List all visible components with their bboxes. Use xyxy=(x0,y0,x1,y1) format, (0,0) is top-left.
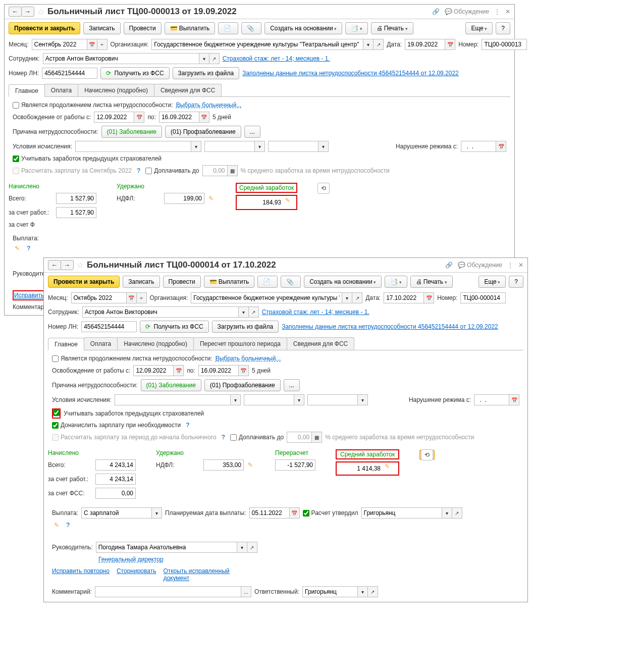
more-icon[interactable]: ... xyxy=(241,586,251,597)
tab-main[interactable]: Главное xyxy=(9,84,45,97)
free-to-input[interactable] xyxy=(159,112,199,123)
prev-insurer-check[interactable] xyxy=(53,409,60,416)
edit-icon[interactable]: ✎ xyxy=(283,197,292,208)
avg-input[interactable] xyxy=(238,197,283,208)
refresh-button[interactable]: ⟲ xyxy=(421,449,433,460)
get-fss-button[interactable]: Получить из ФСС xyxy=(140,321,208,333)
dropdown-icon[interactable]: ▾ xyxy=(231,394,241,405)
emp-part-input[interactable] xyxy=(95,474,136,485)
open-icon[interactable]: ↗ xyxy=(247,542,257,553)
help-icon[interactable]: ? xyxy=(25,245,32,252)
help-icon[interactable]: ? xyxy=(184,422,191,429)
calc-icon[interactable]: ▦ xyxy=(312,432,322,443)
cause2-button[interactable]: (01) Профзаболевание xyxy=(165,126,241,138)
post-button[interactable]: Провести xyxy=(124,22,162,34)
free-from-input[interactable] xyxy=(133,365,174,376)
open-icon[interactable]: ↗ xyxy=(368,586,378,597)
nav-fwd-button[interactable]: → xyxy=(61,260,74,270)
emp-part-input[interactable] xyxy=(56,207,96,218)
month-input[interactable] xyxy=(32,39,87,50)
print-button[interactable]: Печать xyxy=(410,276,453,288)
link-icon[interactable]: 🔗 xyxy=(432,8,440,15)
menu-icon[interactable]: ⋮ xyxy=(507,262,513,269)
ndfl-input[interactable] xyxy=(164,193,204,204)
num-input[interactable] xyxy=(460,292,506,303)
num-input[interactable] xyxy=(482,39,527,50)
dropdown-icon[interactable]: ▾ xyxy=(152,507,162,519)
doc-button[interactable] xyxy=(218,22,238,34)
choose-sick-link[interactable]: Выбрать больничный... xyxy=(216,355,281,362)
emp-input[interactable] xyxy=(82,306,239,318)
continuation-check[interactable]: Является продолжением листка нетрудоспос… xyxy=(13,101,173,109)
calendar-icon[interactable]: 📅 xyxy=(174,365,184,376)
templates-button[interactable]: 📑 xyxy=(345,22,368,34)
storno-link[interactable]: Сторнировать xyxy=(117,567,156,582)
org-input[interactable] xyxy=(151,39,363,50)
write-button[interactable]: Записать xyxy=(123,276,159,288)
open-icon[interactable]: ↗ xyxy=(249,306,259,318)
prev-insurer-check[interactable]: Учитывать заработок предыдущих страховат… xyxy=(13,155,162,162)
topup-input[interactable] xyxy=(287,432,312,443)
star-icon[interactable]: ☆ xyxy=(77,261,84,270)
tab-main[interactable]: Главное xyxy=(48,338,84,350)
star-icon[interactable]: ☆ xyxy=(37,7,44,17)
post-button[interactable]: Провести xyxy=(163,276,201,288)
edit-icon[interactable]: ✎ xyxy=(246,461,255,469)
open-fixed-link[interactable]: Открыть исправленный документ xyxy=(163,567,239,582)
discuss-icon[interactable]: 💬 Обсуждение xyxy=(458,262,502,269)
dropdown-icon[interactable]: ▾ xyxy=(255,141,265,152)
edit-icon[interactable]: ✎ xyxy=(13,245,22,252)
total-input[interactable] xyxy=(95,459,136,471)
dropdown-icon[interactable]: ▾ xyxy=(191,141,201,152)
stepper-icon[interactable]: ÷ xyxy=(137,292,147,303)
calendar-icon[interactable]: 📅 xyxy=(239,365,249,376)
cond2-input[interactable] xyxy=(244,394,294,405)
dropdown-icon[interactable]: ▾ xyxy=(294,394,304,405)
free-to-input[interactable] xyxy=(198,365,239,376)
resp-input[interactable] xyxy=(302,586,358,597)
fix-again-link[interactable]: Исправить повторно xyxy=(52,567,110,582)
cause1-button[interactable]: (01) Заболевание xyxy=(101,126,162,138)
calendar-icon[interactable]: 📅 xyxy=(445,39,455,50)
total-input[interactable] xyxy=(56,193,96,204)
dropdown-icon[interactable]: ▾ xyxy=(342,292,352,303)
dropdown-icon[interactable]: ▾ xyxy=(442,507,452,519)
org-input[interactable] xyxy=(191,292,342,303)
create-based-button[interactable]: Создать на основании xyxy=(304,276,382,288)
tab-recalc[interactable]: Пересчет прошлого периода xyxy=(193,337,287,350)
attach-button[interactable] xyxy=(241,22,261,34)
calendar-icon[interactable]: 📅 xyxy=(509,394,519,405)
calc-approved-check[interactable]: Расчет утвердил xyxy=(303,509,358,516)
stepper-icon[interactable]: ÷ xyxy=(97,39,108,50)
dropdown-icon[interactable]: ▾ xyxy=(199,53,209,64)
help-button[interactable]: ? xyxy=(496,22,510,34)
open-icon[interactable]: ↗ xyxy=(452,507,462,519)
emp-input[interactable] xyxy=(43,53,199,64)
dropdown-icon[interactable]: ▾ xyxy=(363,39,374,50)
recalc-input[interactable] xyxy=(275,459,315,471)
insurance-link[interactable]: Страховой стаж: лет - 14; месяцев - 1. xyxy=(223,55,330,62)
tab-accrued[interactable]: Начислено (подробно) xyxy=(78,84,154,96)
mgr-input[interactable] xyxy=(96,542,237,553)
attach-button[interactable] xyxy=(281,276,301,288)
post-close-button[interactable]: Провести и закрыть xyxy=(48,276,120,288)
post-close-button[interactable]: Провести и закрыть xyxy=(9,22,80,34)
topup-input[interactable] xyxy=(202,165,228,176)
filled-link[interactable]: Заполнены данные листка нетрудоспособнос… xyxy=(282,323,498,330)
comment-input[interactable] xyxy=(95,586,241,597)
write-button[interactable]: Записать xyxy=(83,22,120,34)
calendar-icon[interactable]: 📅 xyxy=(290,507,300,519)
close-icon[interactable]: ✕ xyxy=(505,8,510,15)
cond3-input[interactable] xyxy=(307,394,358,405)
cond1-input[interactable] xyxy=(115,394,231,405)
extra-accrual-check[interactable]: Доначислить зарплату при необходимости xyxy=(52,422,181,429)
calendar-icon[interactable]: 📅 xyxy=(424,292,434,303)
help-button[interactable]: ? xyxy=(509,276,523,288)
print-button[interactable]: Печать xyxy=(371,22,413,34)
fix-link[interactable]: Исправить xyxy=(14,292,44,299)
calendar-icon[interactable]: 📅 xyxy=(199,112,209,123)
dropdown-icon[interactable]: ▾ xyxy=(239,306,249,318)
filled-link[interactable]: Заполнены данные листка нетрудоспособнос… xyxy=(242,70,459,77)
viol-date-input[interactable] xyxy=(461,141,496,152)
open-icon[interactable]: ↗ xyxy=(352,292,362,303)
